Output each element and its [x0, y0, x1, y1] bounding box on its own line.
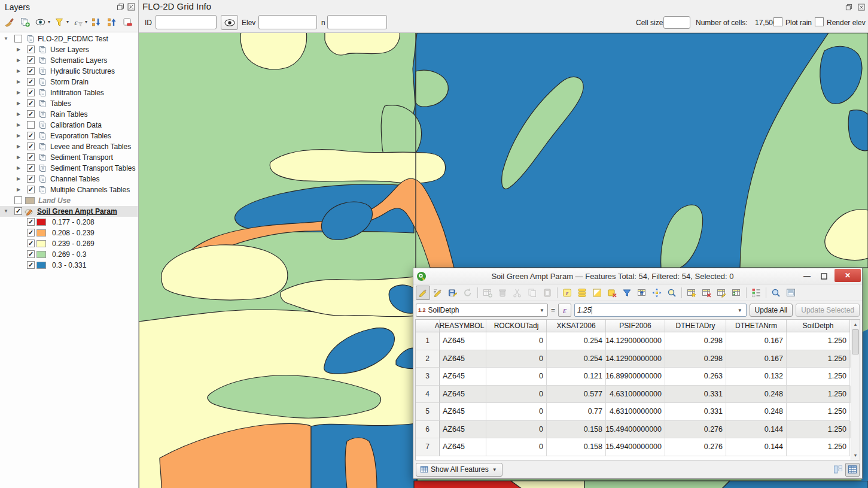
- layer-item-levee-and-breach-tables[interactable]: ▶✓Levee and Breach Tables: [0, 141, 138, 152]
- cell[interactable]: 0.132: [726, 368, 787, 386]
- visibility-checkbox[interactable]: [14, 35, 22, 43]
- attribute-table-grid[interactable]: AREASYMBOL▲ROCKOUTadjXKSAT2006PSIF2006DT…: [416, 320, 851, 460]
- cell[interactable]: AZ645: [440, 368, 486, 386]
- scroll-up-icon[interactable]: ▲: [851, 320, 860, 329]
- visibility-checkbox[interactable]: [14, 196, 22, 204]
- move-selection-to-top-icon[interactable]: [635, 286, 649, 300]
- column-header-dthetanrm[interactable]: DTHETANrm: [726, 320, 787, 332]
- visibility-checkbox[interactable]: ✓: [27, 164, 35, 172]
- cell[interactable]: 1.250: [787, 421, 850, 439]
- pan-to-selection-icon[interactable]: [650, 286, 664, 300]
- row-number[interactable]: 7: [416, 438, 440, 456]
- column-header-xksat2006[interactable]: XKSAT2006: [547, 320, 606, 332]
- expand-arrow-icon[interactable]: ▶: [16, 144, 22, 149]
- cell[interactable]: 14.12900000000: [606, 350, 665, 368]
- cell[interactable]: 0.263: [665, 368, 726, 386]
- expression-builder-button[interactable]: ε: [558, 304, 571, 317]
- cell[interactable]: 4.63100000000: [606, 403, 665, 421]
- paste-features-icon[interactable]: [540, 286, 555, 300]
- copy-features-icon[interactable]: [525, 286, 540, 300]
- delete-selected-icon[interactable]: [495, 286, 510, 300]
- cell[interactable]: 4.63100000000: [606, 386, 665, 404]
- cell[interactable]: 1.250: [787, 368, 850, 386]
- layer-item-0-208-0-239[interactable]: ✓0.208 - 0.239: [0, 228, 138, 238]
- cell[interactable]: AZ645: [440, 438, 486, 456]
- expand-arrow-icon[interactable]: ▶: [16, 90, 22, 95]
- color-swatch[interactable]: [36, 229, 46, 237]
- layer-item-infiltration-tables[interactable]: ▶✓Infiltration Tables: [0, 87, 138, 98]
- layer-item-channel-tables[interactable]: ▶✓Channel Tables: [0, 174, 138, 184]
- color-swatch[interactable]: [36, 240, 46, 247]
- visibility-checkbox[interactable]: ✓: [27, 110, 35, 118]
- feature-filter-button[interactable]: Show All Features ▼: [416, 463, 502, 477]
- cell[interactable]: 0.144: [726, 438, 787, 456]
- cell[interactable]: 0.298: [665, 332, 726, 350]
- layer-item-soil-green-ampt-param[interactable]: ▼✓Soil Green Ampt Param: [0, 206, 138, 217]
- column-header-dthetadry[interactable]: DTHETADry: [665, 320, 726, 332]
- expand-arrow-icon[interactable]: ▶: [16, 122, 22, 128]
- visibility-checkbox[interactable]: ✓: [27, 46, 35, 53]
- layer-item-evaporation-tables[interactable]: ▶✓Evaporation Tables: [0, 131, 138, 141]
- column-header-areasymbol[interactable]: AREASYMBOL▲: [440, 320, 486, 332]
- layer-item-tables[interactable]: ▶✓Tables: [0, 98, 138, 109]
- close-icon[interactable]: ✕: [835, 269, 861, 282]
- table-row[interactable]: 2AZ64500.25414.129000000000.2980.1671.25…: [416, 350, 851, 368]
- table-row[interactable]: 4AZ64500.5774.631000000000.3310.2481.250: [416, 386, 851, 404]
- layer-item-0-269-0-3[interactable]: ✓0.269 - 0.3: [0, 249, 138, 260]
- chevron-down-icon[interactable]: ▼: [736, 308, 744, 313]
- deselect-all-icon[interactable]: [605, 286, 619, 300]
- cell[interactable]: 0.331: [665, 403, 726, 421]
- cell[interactable]: AZ645: [440, 421, 486, 439]
- collapse-arrow-icon[interactable]: ▼: [3, 36, 9, 41]
- cell[interactable]: 0: [486, 332, 547, 350]
- cell[interactable]: 0: [486, 368, 547, 386]
- color-swatch[interactable]: [36, 262, 46, 269]
- filter-legend-icon[interactable]: [53, 16, 66, 29]
- cell[interactable]: 0.331: [665, 386, 726, 404]
- visibility-checkbox[interactable]: ✓: [27, 186, 35, 193]
- dock-table-icon[interactable]: [784, 286, 798, 300]
- cell[interactable]: 0.121: [547, 368, 606, 386]
- cell[interactable]: 0.167: [726, 332, 787, 350]
- zoom-to-selection-icon[interactable]: [665, 286, 679, 300]
- cell[interactable]: 1.250: [787, 403, 850, 421]
- expression-input[interactable]: 1.25 ▼: [574, 304, 747, 317]
- expand-arrow-icon[interactable]: ▶: [16, 57, 22, 63]
- visibility-checkbox[interactable]: ✓: [27, 132, 35, 140]
- visibility-checkbox[interactable]: ✓: [27, 143, 35, 150]
- collapse-arrow-icon[interactable]: ▼: [3, 208, 9, 214]
- cell[interactable]: 0.158: [547, 421, 606, 439]
- cell[interactable]: AZ645: [440, 403, 486, 421]
- table-row[interactable]: 1AZ64500.25414.129000000000.2980.1671.25…: [416, 332, 851, 350]
- visibility-checkbox[interactable]: ✓: [27, 240, 35, 247]
- visibility-checkbox[interactable]: ✓: [27, 99, 35, 107]
- update-selected-button[interactable]: Update Selected: [796, 304, 860, 317]
- multi-edit-icon[interactable]: [431, 286, 445, 300]
- cell-size-input[interactable]: [663, 16, 690, 29]
- cell[interactable]: 0.158: [547, 438, 606, 456]
- cell[interactable]: AZ645: [440, 332, 486, 350]
- visibility-checkbox[interactable]: ✓: [27, 250, 35, 258]
- toggle-editing-icon[interactable]: [416, 286, 430, 300]
- expand-all-icon[interactable]: [90, 16, 103, 29]
- layers-panel-close-icon[interactable]: [127, 2, 136, 11]
- color-swatch[interactable]: [36, 219, 46, 226]
- attribute-window-titlebar[interactable]: Soil Green Ampt Param — Features Total: …: [413, 268, 862, 284]
- cell[interactable]: 0.77: [547, 403, 606, 421]
- conditional-formatting-icon[interactable]: [749, 286, 763, 300]
- save-edits-icon[interactable]: [446, 286, 460, 300]
- organize-columns-icon[interactable]: [729, 286, 744, 300]
- edit-fields-icon[interactable]: [714, 286, 729, 300]
- visibility-checkbox[interactable]: ✓: [27, 78, 35, 86]
- reload-icon[interactable]: [461, 286, 475, 300]
- n-input[interactable]: [327, 15, 387, 29]
- cell[interactable]: 0: [486, 421, 547, 439]
- chevron-down-icon[interactable]: ▾: [85, 19, 87, 25]
- invert-selection-icon[interactable]: [590, 286, 604, 300]
- visibility-checkbox[interactable]: ✓: [27, 218, 35, 226]
- layer-item-sediment-transport[interactable]: ▶✓Sediment Transport: [0, 152, 138, 163]
- render-elev-checkbox[interactable]: [815, 17, 824, 26]
- table-row[interactable]: 7AZ64500.15815.494000000000.2760.1441.25…: [416, 438, 851, 456]
- cell[interactable]: 0.276: [665, 421, 726, 439]
- grid-info-float-icon[interactable]: [844, 2, 853, 11]
